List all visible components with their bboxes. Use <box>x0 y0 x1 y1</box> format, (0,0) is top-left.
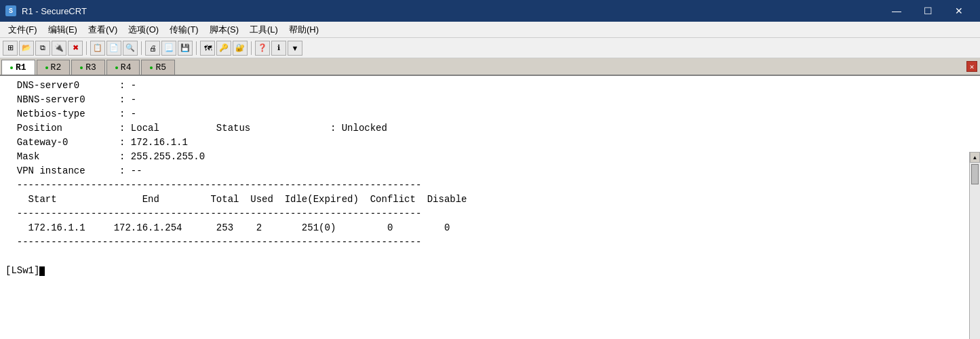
tab-bar: R1 R2 R3 R4 R5 ✕ <box>0 58 980 76</box>
tab-r2-label: R2 <box>51 62 62 73</box>
toolbar-auth[interactable]: 🔐 <box>233 41 248 56</box>
scrollbar[interactable]: ▲ ▼ <box>969 152 980 339</box>
toolbar-clone[interactable]: ⧉ <box>35 41 50 56</box>
toolbar-print[interactable]: 🖨 <box>145 41 160 56</box>
terminal[interactable]: DNS-server0 : - NBNS-server0 : - Netbios… <box>0 76 980 339</box>
tab-r3-label: R3 <box>85 62 96 73</box>
tab-r2[interactable]: R2 <box>37 60 71 75</box>
tab-bar-inner: R1 R2 R3 R4 R5 <box>1 60 966 75</box>
close-button[interactable]: ✕ <box>943 0 975 22</box>
menu-options[interactable]: 选项(O) <box>123 22 164 37</box>
scrollbar-up-button[interactable]: ▲ <box>970 152 980 163</box>
toolbar-separator-1 <box>86 41 87 55</box>
toolbar-capture[interactable]: 💾 <box>178 41 193 56</box>
toolbar-map[interactable]: 🗺 <box>200 41 215 56</box>
tab-r5[interactable]: R5 <box>141 60 175 75</box>
tab-r3[interactable]: R3 <box>71 60 105 75</box>
menu-script[interactable]: 脚本(S) <box>204 22 244 37</box>
scrollbar-track[interactable] <box>970 163 980 339</box>
toolbar: ⊞ 📂 ⧉ 🔌 ✖ 📋 📄 🔍 🖨 📃 💾 🗺 🔑 🔐 ❓ ℹ ▼ <box>0 38 980 58</box>
toolbar-print2[interactable]: 📃 <box>161 41 176 56</box>
toolbar-info[interactable]: ℹ <box>271 41 286 56</box>
tab-r4[interactable]: R4 <box>106 60 140 75</box>
tab-r1-label: R1 <box>16 62 26 73</box>
toolbar-separator-2 <box>141 41 142 55</box>
window-title: R1 - SecureCRT <box>22 6 87 16</box>
toolbar-separator-4 <box>251 41 252 55</box>
toolbar-key[interactable]: 🔑 <box>216 41 231 56</box>
tab-r3-indicator <box>80 66 83 69</box>
tab-r2-indicator <box>45 66 48 69</box>
minimize-button[interactable]: — <box>881 0 912 22</box>
toolbar-separator-3 <box>196 41 197 55</box>
tab-r1[interactable]: R1 <box>1 60 35 75</box>
menu-tools[interactable]: 工具(L) <box>244 22 283 37</box>
tab-r5-label: R5 <box>155 62 166 73</box>
toolbar-more[interactable]: ▼ <box>288 41 302 56</box>
tab-r5-indicator <box>150 66 153 69</box>
terminal-cursor <box>39 266 45 276</box>
toolbar-disconnect[interactable]: ✖ <box>68 41 83 56</box>
scrollbar-thumb[interactable] <box>971 164 979 184</box>
title-bar: S R1 - SecureCRT — ☐ ✕ <box>0 0 980 22</box>
terminal-container: DNS-server0 : - NBNS-server0 : - Netbios… <box>0 76 980 339</box>
window-controls: — ☐ ✕ <box>881 0 975 22</box>
menu-view[interactable]: 查看(V) <box>83 22 123 37</box>
tab-close-button[interactable]: ✕ <box>966 61 977 72</box>
menu-bar: 文件(F) 编辑(E) 查看(V) 选项(O) 传输(T) 脚本(S) 工具(L… <box>0 22 980 38</box>
menu-transfer[interactable]: 传输(T) <box>164 22 204 37</box>
toolbar-help[interactable]: ❓ <box>255 41 270 56</box>
toolbar-connect[interactable]: 🔌 <box>52 41 66 56</box>
toolbar-copy[interactable]: 📋 <box>90 41 105 56</box>
tab-r1-indicator <box>10 66 13 69</box>
tab-r4-indicator <box>115 66 118 69</box>
toolbar-find[interactable]: 🔍 <box>123 41 138 56</box>
title-bar-left: S R1 - SecureCRT <box>5 5 87 16</box>
maximize-button[interactable]: ☐ <box>912 0 943 22</box>
menu-file[interactable]: 文件(F) <box>3 22 43 37</box>
terminal-content: DNS-server0 : - NBNS-server0 : - Netbios… <box>5 79 975 278</box>
toolbar-new[interactable]: ⊞ <box>3 41 18 56</box>
toolbar-open[interactable]: 📂 <box>19 41 34 56</box>
toolbar-paste[interactable]: 📄 <box>106 41 121 56</box>
menu-edit[interactable]: 编辑(E) <box>43 22 83 37</box>
app-icon: S <box>5 5 16 16</box>
menu-help[interactable]: 帮助(H) <box>283 22 324 37</box>
tab-r4-label: R4 <box>121 62 132 73</box>
